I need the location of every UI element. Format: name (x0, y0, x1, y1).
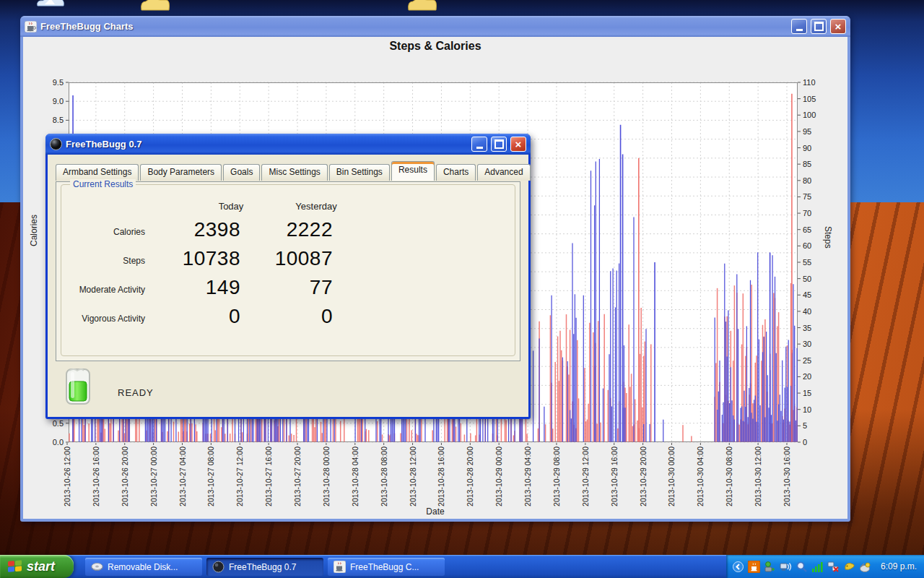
steps-tick: 55 (803, 258, 832, 267)
removable-disk-icon (91, 561, 103, 573)
date-axis-tick-labels: 2013-10-26 12:002013-10-26 16:002013-10-… (23, 443, 846, 515)
result-label: Steps (67, 256, 145, 266)
java-cup-icon (25, 21, 37, 33)
calories-tick: 9.5 (26, 78, 64, 87)
steps-tick: 100 (803, 111, 832, 119)
app-orb-icon (212, 561, 225, 573)
result-today-value: 0 (145, 305, 240, 328)
svg-text:2013-10-30 04:00: 2013-10-30 04:00 (696, 447, 705, 506)
desktop-icon-folder-2[interactable] (406, 0, 437, 16)
steps-tick: 95 (803, 127, 832, 136)
column-header-today: Today (199, 201, 263, 212)
chevron-collapse-icon[interactable] (732, 561, 744, 573)
calories-axis-label: Calories (29, 215, 39, 246)
result-yesterday-value: 10087 (242, 247, 333, 270)
network-disconnected-icon[interactable] (827, 561, 840, 573)
app-window-title: FreeTheBugg 0.7 (66, 139, 471, 150)
java-tray-icon[interactable] (748, 561, 760, 573)
app-window-titlebar[interactable]: FreeTheBugg 0.7 × (45, 134, 531, 155)
svg-text:2013-10-28 12:00: 2013-10-28 12:00 (409, 447, 417, 506)
steps-axis-label: Steps (823, 226, 833, 249)
tab-goals[interactable]: Goals (223, 164, 260, 181)
svg-text:2013-10-27 12:00: 2013-10-27 12:00 (235, 447, 244, 506)
close-button[interactable]: × (830, 19, 846, 34)
wireless-display-icon[interactable] (780, 561, 792, 573)
windows-flag-icon (7, 560, 22, 574)
current-results-label: Current Results (70, 179, 136, 189)
result-yesterday-value: 2222 (242, 218, 333, 241)
date-axis-label: Date (23, 506, 847, 517)
status-row: READY (48, 362, 528, 414)
result-yesterday-value: 0 (242, 305, 333, 328)
tab-armband-settings[interactable]: Armband Settings (56, 164, 139, 181)
result-row-calories: Calories23982222 (61, 218, 515, 243)
app-close-button[interactable]: × (510, 137, 526, 152)
usb-device-icon[interactable] (764, 561, 776, 573)
svg-text:2013-10-30 16:00: 2013-10-30 16:00 (783, 447, 791, 506)
svg-text:2013-10-30 08:00: 2013-10-30 08:00 (725, 447, 733, 506)
column-header-yesterday: Yesterday (284, 201, 349, 212)
svg-text:2013-10-26 20:00: 2013-10-26 20:00 (121, 447, 129, 506)
result-yesterday-value: 77 (242, 276, 333, 299)
battery-level-icon (64, 365, 92, 407)
tab-bin-settings[interactable]: Bin Settings (329, 164, 390, 181)
app-maximize-button[interactable] (491, 137, 507, 152)
maximize-button[interactable] (811, 19, 827, 34)
minimize-button[interactable] (791, 19, 807, 34)
svg-text:2013-10-28 08:00: 2013-10-28 08:00 (380, 447, 388, 506)
steps-tick: 50 (803, 275, 832, 283)
steps-tick: 45 (803, 290, 832, 299)
taskbar-button-2[interactable]: FreeTheBugg 0.7 (206, 558, 323, 576)
svg-text:2013-10-26 16:00: 2013-10-26 16:00 (92, 447, 100, 506)
desktop-icon-document[interactable] (33, 0, 66, 17)
svg-text:2013-10-30 12:00: 2013-10-30 12:00 (754, 447, 762, 506)
steps-tick: 5 (803, 421, 832, 430)
signal-strength-icon[interactable] (811, 561, 824, 573)
svg-text:2013-10-27 20:00: 2013-10-27 20:00 (293, 447, 302, 506)
calories-tick: 9.0 (26, 97, 64, 105)
svg-text:2013-10-27 00:00: 2013-10-27 00:00 (149, 447, 158, 506)
calories-tick: 0.5 (26, 419, 64, 428)
results-tab-panel: Current Results Today Yesterday Calories… (56, 181, 520, 361)
status-text: READY (118, 387, 154, 398)
result-label: Calories (67, 227, 145, 237)
tab-body-parameters[interactable]: Body Parameters (140, 164, 222, 181)
steps-tick: 70 (803, 209, 832, 217)
desktop-icon-folder[interactable] (139, 0, 170, 16)
search-magnifier-icon[interactable] (796, 561, 808, 573)
result-row-steps: Steps1073810087 (61, 247, 515, 272)
tab-charts[interactable]: Charts (436, 164, 476, 181)
taskbar-clock: 6:09 p.m. (881, 561, 917, 571)
taskbar-button-label: FreeTheBugg 0.7 (229, 562, 296, 572)
svg-text:2013-10-28 04:00: 2013-10-28 04:00 (351, 447, 359, 506)
start-button[interactable]: start (0, 555, 74, 578)
charts-window-titlebar[interactable]: FreeTheBugg Charts × (20, 16, 850, 37)
steps-tick: 75 (803, 192, 832, 201)
taskbar-button-1[interactable]: Removable Disk... (85, 558, 202, 576)
tab-strip: Armband SettingsBody ParametersGoalsMisc… (56, 163, 520, 181)
app-orb-icon (50, 138, 62, 150)
result-row-vigorous-activity: Vigorous Activity00 (61, 305, 515, 329)
phone-tray-icon[interactable] (843, 561, 855, 573)
svg-text:2013-10-29 04:00: 2013-10-29 04:00 (523, 447, 532, 506)
java-cup-icon (334, 561, 346, 573)
svg-text:2013-10-26 12:00: 2013-10-26 12:00 (63, 447, 71, 506)
svg-text:2013-10-29 16:00: 2013-10-29 16:00 (610, 447, 619, 506)
svg-text:2013-10-29 12:00: 2013-10-29 12:00 (581, 447, 590, 506)
app-window-body: Armband SettingsBody ParametersGoalsMisc… (48, 155, 528, 417)
tab-results[interactable]: Results (391, 161, 435, 181)
svg-text:2013-10-28 16:00: 2013-10-28 16:00 (437, 447, 445, 506)
steps-tick: 10 (803, 405, 832, 414)
start-button-label: start (27, 559, 55, 574)
app-minimize-button[interactable] (471, 137, 487, 152)
current-results-groupbox: Current Results Today Yesterday Calories… (61, 184, 515, 356)
taskbar-button-label: Removable Disk... (108, 562, 178, 572)
svg-text:2013-10-27 16:00: 2013-10-27 16:00 (264, 447, 273, 506)
taskbar-button-3[interactable]: FreeTheBugg C... (328, 558, 445, 576)
tab-advanced[interactable]: Advanced (477, 164, 530, 181)
tab-misc-settings[interactable]: Misc Settings (261, 164, 327, 181)
result-label: Moderate Activity (67, 285, 145, 295)
pointing-device-icon[interactable] (859, 561, 871, 573)
steps-tick: 25 (803, 356, 832, 365)
result-today-value: 10738 (145, 247, 240, 270)
